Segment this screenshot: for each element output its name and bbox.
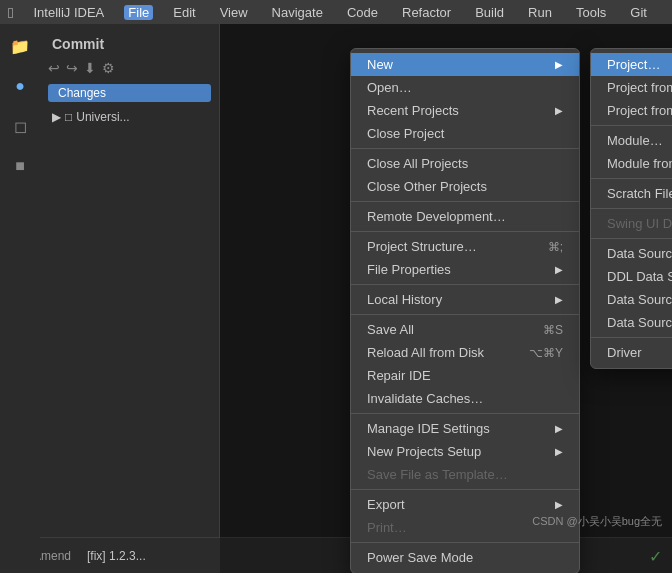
menu-item-power-save[interactable]: Power Save Mode <box>351 546 579 569</box>
nps-arrow-icon: ▶ <box>555 446 563 457</box>
separator-6 <box>351 413 579 414</box>
menu-bar:  IntelliJ IDEA File Edit View Navigate … <box>0 0 672 24</box>
menu-item-remote-label: Remote Development… <box>367 209 506 224</box>
submenu-project-label: Project… <box>607 57 660 72</box>
menu-code[interactable]: Code <box>343 5 382 20</box>
menu-build[interactable]: Build <box>471 5 508 20</box>
menu-item-close-project[interactable]: Close Project <box>351 122 579 145</box>
separator-1 <box>351 148 579 149</box>
menu-item-new-label: New <box>367 57 393 72</box>
submenu-item-ds-url[interactable]: Data Source from URL <box>591 288 672 311</box>
submenu-item-scratch[interactable]: Scratch File ⇧⌘N <box>591 182 672 205</box>
ide-body: 📁 ● ◻ ■ Commit ↩ ↪ ⬇ ⚙ Changes ▶ □ Unive… <box>0 24 672 573</box>
menu-item-repair[interactable]: Repair IDE <box>351 364 579 387</box>
menu-item-ps2-label: Power Save Mode <box>367 550 473 565</box>
submenu-vcs-label: Project from Version Control… <box>607 103 672 118</box>
menu-navigate[interactable]: Navigate <box>268 5 327 20</box>
submenu-item-from-existing[interactable]: Project from Existing Sources… <box>591 76 672 99</box>
menu-file[interactable]: File <box>124 5 153 20</box>
separator-7 <box>351 489 579 490</box>
menu-item-recent-projects[interactable]: Recent Projects ▶ <box>351 99 579 122</box>
submenu-ddl-label: DDL Data Source <box>607 269 672 284</box>
sidebar-icon-structure[interactable]: ◻ <box>6 112 34 140</box>
menu-intellij[interactable]: IntelliJ IDEA <box>29 5 108 20</box>
menu-item-close-other-label: Close Other Projects <box>367 179 487 194</box>
main-content: New ▶ Open… Recent Projects ▶ Close Proj… <box>220 24 672 573</box>
settings-icon[interactable]: ⚙ <box>102 60 115 76</box>
submenu-item-module[interactable]: Module… <box>591 129 672 152</box>
menu-item-invalidate-label: Invalidate Caches… <box>367 391 483 406</box>
submenu-item-project[interactable]: Project… <box>591 53 672 76</box>
menu-item-new[interactable]: New ▶ <box>351 53 579 76</box>
submenu-item-swing: Swing UI Designer ▶ <box>591 212 672 235</box>
menu-item-reload[interactable]: Reload All from Disk ⌥⌘Y <box>351 341 579 364</box>
menu-item-close-other[interactable]: Close Other Projects <box>351 175 579 198</box>
menu-item-remote-dev[interactable]: Remote Development… <box>351 205 579 228</box>
submenu-item-driver[interactable]: Driver <box>591 341 672 364</box>
menu-item-export-label: Export <box>367 497 405 512</box>
submenu-item-data-source[interactable]: Data Source ▶ <box>591 242 672 265</box>
menu-item-save-all[interactable]: Save All ⌘S <box>351 318 579 341</box>
submenu-dsurl-label: Data Source from URL <box>607 292 672 307</box>
submenu-item-ds-path[interactable]: Data Source from Path <box>591 311 672 334</box>
submenu-existing-label: Project from Existing Sources… <box>607 80 672 95</box>
menu-item-nps-label: New Projects Setup <box>367 444 481 459</box>
sidebar-icon-commit[interactable]: ● <box>6 72 34 100</box>
reload-shortcut: ⌥⌘Y <box>529 346 563 360</box>
menu-item-recent-label: Recent Projects <box>367 103 459 118</box>
sidebar-icon-bookmarks[interactable]: ■ <box>6 152 34 180</box>
submenu-sep-4 <box>591 238 672 239</box>
tree-item-label: Universi... <box>76 110 129 124</box>
menu-run[interactable]: Run <box>524 5 556 20</box>
menu-item-new-projects-setup[interactable]: New Projects Setup ▶ <box>351 440 579 463</box>
menu-git[interactable]: Git <box>626 5 651 20</box>
menu-refactor[interactable]: Refactor <box>398 5 455 20</box>
menu-item-print-label: Print… <box>367 520 407 535</box>
menu-item-manage-ide[interactable]: Manage IDE Settings ▶ <box>351 417 579 440</box>
submenu-item-module-existing[interactable]: Module from Existing Sources… <box>591 152 672 175</box>
checkbox-unversioned[interactable]: □ <box>65 110 72 124</box>
sidebar-icon-folder[interactable]: 📁 <box>6 32 34 60</box>
download-icon[interactable]: ⬇ <box>84 60 96 76</box>
submenu-item-from-vcs[interactable]: Project from Version Control… <box>591 99 672 122</box>
redo-icon[interactable]: ↪ <box>66 60 78 76</box>
new-submenu: Project… Project from Existing Sources… … <box>590 48 672 369</box>
menu-view[interactable]: View <box>216 5 252 20</box>
menu-item-file-properties[interactable]: File Properties ▶ <box>351 258 579 281</box>
menu-item-close-all[interactable]: Close All Projects <box>351 152 579 175</box>
menu-item-invalidate[interactable]: Invalidate Caches… <box>351 387 579 410</box>
submenu-dspath-label: Data Source from Path <box>607 315 672 330</box>
commit-panel: Commit ↩ ↪ ⬇ ⚙ Changes ▶ □ Universi... <box>40 24 220 573</box>
separator-5 <box>351 314 579 315</box>
changes-tab[interactable]: Changes <box>48 84 211 102</box>
mi-arrow-icon: ▶ <box>555 423 563 434</box>
recent-arrow-icon: ▶ <box>555 105 563 116</box>
menu-item-sa-label: Save All <box>367 322 414 337</box>
submenu-ds-label: Data Source <box>607 246 672 261</box>
watermark: CSDN @小吴小吴bug全无 <box>532 514 662 529</box>
apple-menu[interactable]:  <box>8 4 13 21</box>
menu-item-mi-label: Manage IDE Settings <box>367 421 490 436</box>
menu-item-save-template: Save File as Template… <box>351 463 579 486</box>
menu-item-fp-label: File Properties <box>367 262 451 277</box>
menu-item-export[interactable]: Export ▶ <box>351 493 579 516</box>
tree-item-unversioned: ▶ □ Universi... <box>40 108 219 126</box>
undo-icon[interactable]: ↩ <box>48 60 60 76</box>
menu-item-st-label: Save File as Template… <box>367 467 508 482</box>
submenu-item-ddl[interactable]: DDL Data Source <box>591 265 672 288</box>
menu-item-project-structure[interactable]: Project Structure… ⌘; <box>351 235 579 258</box>
submenu-module-existing-label: Module from Existing Sources… <box>607 156 672 171</box>
expand-icon[interactable]: ▶ <box>52 110 61 124</box>
menu-item-ps-label: Project Structure… <box>367 239 477 254</box>
menu-item-open[interactable]: Open… <box>351 76 579 99</box>
submenu-module-label: Module… <box>607 133 663 148</box>
ps-shortcut: ⌘; <box>548 240 563 254</box>
menu-item-local-history[interactable]: Local History ▶ <box>351 288 579 311</box>
menu-tools[interactable]: Tools <box>572 5 610 20</box>
separator-4 <box>351 284 579 285</box>
menu-item-reload-label: Reload All from Disk <box>367 345 484 360</box>
menu-edit[interactable]: Edit <box>169 5 199 20</box>
menu-item-open-label: Open… <box>367 80 412 95</box>
export-arrow-icon: ▶ <box>555 499 563 510</box>
separator-8 <box>351 542 579 543</box>
